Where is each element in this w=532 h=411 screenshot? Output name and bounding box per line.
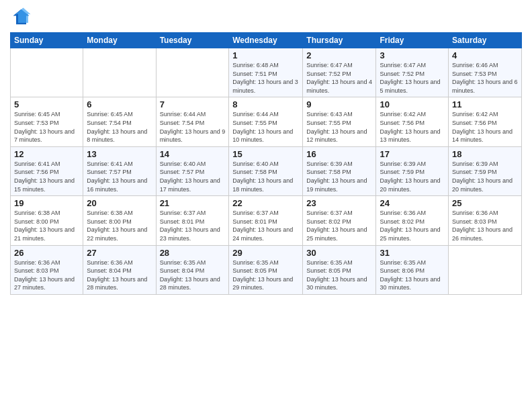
day-info: Sunrise: 6:46 AM Sunset: 7:53 PM Dayligh… bbox=[452, 61, 518, 95]
day-cell bbox=[11, 48, 83, 97]
calendar-header-row: SundayMondayTuesdayWednesdayThursdayFrid… bbox=[11, 33, 522, 48]
day-cell: 12Sunrise: 6:41 AM Sunset: 7:56 PM Dayli… bbox=[11, 146, 83, 195]
day-number: 30 bbox=[306, 248, 372, 258]
day-cell: 4Sunrise: 6:46 AM Sunset: 7:53 PM Daylig… bbox=[449, 48, 522, 97]
day-info: Sunrise: 6:42 AM Sunset: 7:56 PM Dayligh… bbox=[380, 110, 445, 144]
col-header-wednesday: Wednesday bbox=[229, 33, 303, 48]
day-cell: 13Sunrise: 6:41 AM Sunset: 7:57 PM Dayli… bbox=[83, 146, 156, 195]
col-header-tuesday: Tuesday bbox=[156, 33, 229, 48]
day-number: 1 bbox=[232, 50, 299, 60]
day-number: 5 bbox=[14, 99, 79, 109]
day-info: Sunrise: 6:48 AM Sunset: 7:51 PM Dayligh… bbox=[232, 61, 299, 95]
day-number: 21 bbox=[160, 198, 226, 208]
day-number: 23 bbox=[306, 198, 372, 208]
day-number: 17 bbox=[380, 149, 445, 159]
day-info: Sunrise: 6:35 AM Sunset: 8:04 PM Dayligh… bbox=[160, 259, 226, 292]
day-info: Sunrise: 6:45 AM Sunset: 7:54 PM Dayligh… bbox=[87, 110, 152, 144]
day-cell: 31Sunrise: 6:35 AM Sunset: 8:06 PM Dayli… bbox=[376, 245, 449, 294]
day-cell: 25Sunrise: 6:36 AM Sunset: 8:03 PM Dayli… bbox=[449, 196, 522, 245]
day-cell: 8Sunrise: 6:44 AM Sunset: 7:55 PM Daylig… bbox=[229, 97, 303, 146]
day-cell bbox=[156, 48, 229, 97]
day-number: 7 bbox=[160, 99, 226, 109]
day-cell: 24Sunrise: 6:36 AM Sunset: 8:02 PM Dayli… bbox=[376, 196, 449, 245]
day-info: Sunrise: 6:37 AM Sunset: 8:02 PM Dayligh… bbox=[306, 209, 372, 242]
day-info: Sunrise: 6:47 AM Sunset: 7:52 PM Dayligh… bbox=[380, 61, 445, 95]
day-info: Sunrise: 6:40 AM Sunset: 7:58 PM Dayligh… bbox=[232, 160, 299, 193]
day-number: 27 bbox=[87, 248, 152, 258]
day-number: 4 bbox=[452, 50, 518, 60]
day-cell bbox=[83, 48, 156, 97]
col-header-monday: Monday bbox=[83, 33, 156, 48]
day-cell: 28Sunrise: 6:35 AM Sunset: 8:04 PM Dayli… bbox=[156, 245, 229, 294]
day-number: 24 bbox=[380, 198, 445, 208]
day-info: Sunrise: 6:47 AM Sunset: 7:52 PM Dayligh… bbox=[306, 61, 372, 95]
day-number: 10 bbox=[380, 99, 445, 109]
day-info: Sunrise: 6:39 AM Sunset: 7:59 PM Dayligh… bbox=[380, 160, 445, 193]
day-info: Sunrise: 6:41 AM Sunset: 7:57 PM Dayligh… bbox=[87, 160, 152, 193]
day-info: Sunrise: 6:44 AM Sunset: 7:55 PM Dayligh… bbox=[232, 110, 299, 144]
logo-icon bbox=[10, 7, 30, 27]
day-number: 16 bbox=[306, 149, 372, 159]
day-cell: 15Sunrise: 6:40 AM Sunset: 7:58 PM Dayli… bbox=[229, 146, 303, 195]
day-info: Sunrise: 6:36 AM Sunset: 8:02 PM Dayligh… bbox=[380, 209, 445, 242]
day-info: Sunrise: 6:36 AM Sunset: 8:03 PM Dayligh… bbox=[452, 209, 518, 242]
day-number: 31 bbox=[380, 248, 445, 258]
col-header-saturday: Saturday bbox=[449, 33, 522, 48]
day-cell: 27Sunrise: 6:36 AM Sunset: 8:04 PM Dayli… bbox=[83, 245, 156, 294]
page: SundayMondayTuesdayWednesdayThursdayFrid… bbox=[0, 0, 532, 411]
day-cell: 5Sunrise: 6:45 AM Sunset: 7:53 PM Daylig… bbox=[11, 97, 83, 146]
day-number: 19 bbox=[14, 198, 79, 208]
day-info: Sunrise: 6:42 AM Sunset: 7:56 PM Dayligh… bbox=[452, 110, 518, 144]
day-cell bbox=[449, 245, 522, 294]
day-number: 20 bbox=[87, 198, 152, 208]
day-number: 6 bbox=[87, 99, 152, 109]
week-row-2: 5Sunrise: 6:45 AM Sunset: 7:53 PM Daylig… bbox=[11, 97, 522, 146]
day-number: 22 bbox=[232, 198, 299, 208]
day-info: Sunrise: 6:40 AM Sunset: 7:57 PM Dayligh… bbox=[160, 160, 226, 193]
col-header-friday: Friday bbox=[376, 33, 449, 48]
day-info: Sunrise: 6:35 AM Sunset: 8:05 PM Dayligh… bbox=[306, 259, 372, 292]
day-number: 25 bbox=[452, 198, 518, 208]
day-cell: 6Sunrise: 6:45 AM Sunset: 7:54 PM Daylig… bbox=[83, 97, 156, 146]
day-info: Sunrise: 6:45 AM Sunset: 7:53 PM Dayligh… bbox=[14, 110, 79, 144]
day-cell: 23Sunrise: 6:37 AM Sunset: 8:02 PM Dayli… bbox=[303, 196, 376, 245]
day-number: 13 bbox=[87, 149, 152, 159]
col-header-thursday: Thursday bbox=[303, 33, 376, 48]
day-cell: 22Sunrise: 6:37 AM Sunset: 8:01 PM Dayli… bbox=[229, 196, 303, 245]
day-info: Sunrise: 6:41 AM Sunset: 7:56 PM Dayligh… bbox=[14, 160, 79, 193]
day-number: 9 bbox=[306, 99, 372, 109]
day-number: 29 bbox=[232, 248, 299, 258]
day-cell: 14Sunrise: 6:40 AM Sunset: 7:57 PM Dayli… bbox=[156, 146, 229, 195]
day-cell: 3Sunrise: 6:47 AM Sunset: 7:52 PM Daylig… bbox=[376, 48, 449, 97]
day-number: 26 bbox=[14, 248, 79, 258]
day-cell: 7Sunrise: 6:44 AM Sunset: 7:54 PM Daylig… bbox=[156, 97, 229, 146]
day-info: Sunrise: 6:43 AM Sunset: 7:55 PM Dayligh… bbox=[306, 110, 372, 144]
day-info: Sunrise: 6:37 AM Sunset: 8:01 PM Dayligh… bbox=[232, 209, 299, 242]
day-cell: 9Sunrise: 6:43 AM Sunset: 7:55 PM Daylig… bbox=[303, 97, 376, 146]
day-info: Sunrise: 6:44 AM Sunset: 7:54 PM Dayligh… bbox=[160, 110, 226, 144]
col-header-sunday: Sunday bbox=[11, 33, 83, 48]
day-info: Sunrise: 6:35 AM Sunset: 8:06 PM Dayligh… bbox=[380, 259, 445, 292]
day-number: 2 bbox=[306, 50, 372, 60]
day-info: Sunrise: 6:38 AM Sunset: 8:00 PM Dayligh… bbox=[87, 209, 152, 242]
logo bbox=[10, 7, 32, 27]
day-cell: 10Sunrise: 6:42 AM Sunset: 7:56 PM Dayli… bbox=[376, 97, 449, 146]
calendar-table: SundayMondayTuesdayWednesdayThursdayFrid… bbox=[10, 32, 522, 295]
day-cell: 18Sunrise: 6:39 AM Sunset: 7:59 PM Dayli… bbox=[449, 146, 522, 195]
day-number: 8 bbox=[232, 99, 299, 109]
day-number: 28 bbox=[160, 248, 226, 258]
day-info: Sunrise: 6:36 AM Sunset: 8:03 PM Dayligh… bbox=[14, 259, 79, 292]
day-info: Sunrise: 6:39 AM Sunset: 7:59 PM Dayligh… bbox=[452, 160, 518, 193]
week-row-3: 12Sunrise: 6:41 AM Sunset: 7:56 PM Dayli… bbox=[11, 146, 522, 195]
day-cell: 1Sunrise: 6:48 AM Sunset: 7:51 PM Daylig… bbox=[229, 48, 303, 97]
week-row-5: 26Sunrise: 6:36 AM Sunset: 8:03 PM Dayli… bbox=[11, 245, 522, 294]
day-cell: 26Sunrise: 6:36 AM Sunset: 8:03 PM Dayli… bbox=[11, 245, 83, 294]
day-info: Sunrise: 6:35 AM Sunset: 8:05 PM Dayligh… bbox=[232, 259, 299, 292]
day-info: Sunrise: 6:39 AM Sunset: 7:58 PM Dayligh… bbox=[306, 160, 372, 193]
day-cell: 29Sunrise: 6:35 AM Sunset: 8:05 PM Dayli… bbox=[229, 245, 303, 294]
day-info: Sunrise: 6:36 AM Sunset: 8:04 PM Dayligh… bbox=[87, 259, 152, 292]
day-cell: 2Sunrise: 6:47 AM Sunset: 7:52 PM Daylig… bbox=[303, 48, 376, 97]
day-number: 14 bbox=[160, 149, 226, 159]
day-info: Sunrise: 6:37 AM Sunset: 8:01 PM Dayligh… bbox=[160, 209, 226, 242]
day-cell: 17Sunrise: 6:39 AM Sunset: 7:59 PM Dayli… bbox=[376, 146, 449, 195]
